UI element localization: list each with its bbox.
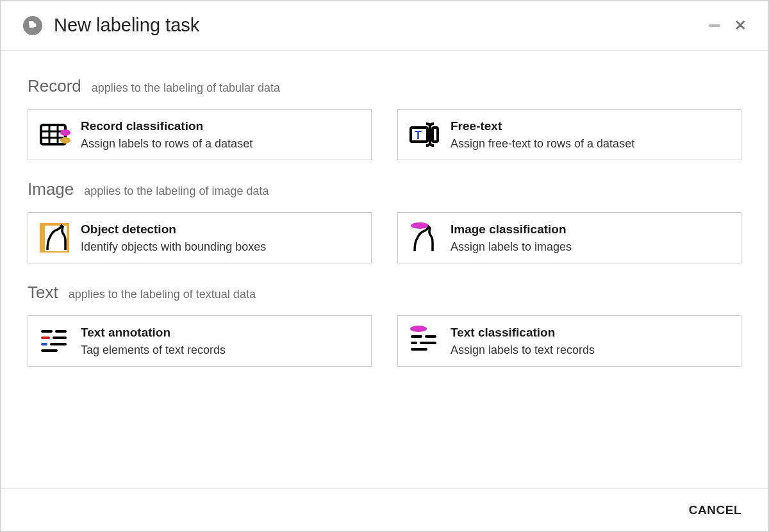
svg-rect-20	[41, 349, 58, 352]
tag-icon	[23, 16, 42, 35]
card-title: Text annotation	[81, 326, 361, 340]
svg-point-6	[60, 137, 70, 144]
card-text-classification[interactable]: Text classification Assign labels to tex…	[397, 315, 741, 367]
svg-rect-23	[425, 335, 436, 338]
section-text: Text applies to the labeling of textual …	[28, 283, 741, 367]
svg-rect-14	[41, 330, 53, 333]
card-title: Free-text	[451, 119, 731, 133]
image-label-icon	[408, 222, 440, 254]
modal-header: New labeling task ✕	[1, 1, 768, 51]
modal-footer: CANCEL	[1, 488, 768, 531]
cancel-button[interactable]: CANCEL	[689, 503, 741, 517]
card-desc: Identify objects with bounding boxes	[81, 240, 361, 254]
card-title: Record classification	[81, 119, 361, 133]
card-image-classification[interactable]: Image classification Assign labels to im…	[397, 212, 741, 263]
section-subtitle: applies to the labeling of tabular data	[92, 81, 280, 95]
card-desc: Assign free-text to rows of a dataset	[451, 137, 731, 151]
card-desc: Assign labels to text records	[451, 344, 731, 357]
table-labels-icon	[38, 119, 70, 151]
close-icon[interactable]: ✕	[734, 19, 746, 33]
bounding-box-icon	[38, 222, 70, 254]
svg-rect-17	[53, 337, 67, 339]
card-desc: Assign labels to images	[451, 240, 731, 254]
section-header-record: Record applies to the labeling of tabula…	[28, 76, 741, 96]
card-text-annotation[interactable]: Text annotation Tag elements of text rec…	[28, 315, 372, 367]
svg-rect-15	[55, 330, 67, 333]
svg-rect-10	[433, 128, 438, 142]
section-subtitle: applies to the labeling of image data	[84, 185, 269, 198]
svg-rect-16	[41, 337, 50, 339]
svg-rect-18	[41, 343, 47, 345]
svg-point-21	[410, 326, 427, 332]
card-object-detection[interactable]: Object detection Identify objects with b…	[28, 212, 372, 263]
modal-content: Record applies to the labeling of tabula…	[1, 51, 768, 488]
card-free-text[interactable]: T Free-text Assign free-text to rows of …	[397, 109, 741, 160]
section-header-text: Text applies to the labeling of textual …	[28, 283, 741, 303]
text-label-icon	[408, 325, 440, 357]
svg-rect-24	[411, 342, 417, 344]
card-title: Image classification	[451, 222, 731, 237]
section-title: Text	[28, 283, 58, 303]
modal-title: New labeling task	[54, 15, 709, 36]
card-title: Text classification	[451, 326, 731, 340]
card-title: Object detection	[81, 222, 361, 237]
section-image: Image applies to the labeling of image d…	[28, 179, 741, 263]
svg-rect-19	[50, 343, 67, 345]
section-header-image: Image applies to the labeling of image d…	[28, 179, 741, 199]
text-highlight-icon	[38, 325, 70, 357]
section-title: Image	[28, 179, 74, 199]
svg-point-13	[411, 222, 429, 229]
svg-point-5	[60, 129, 70, 136]
text-cursor-icon: T	[408, 119, 440, 151]
minimize-icon[interactable]	[709, 24, 720, 27]
window-controls: ✕	[709, 19, 746, 33]
svg-rect-22	[411, 335, 422, 338]
section-title: Record	[28, 76, 81, 96]
card-record-classification[interactable]: Record classification Assign labels to r…	[28, 109, 372, 160]
section-record: Record applies to the labeling of tabula…	[28, 76, 741, 160]
svg-rect-26	[411, 348, 427, 351]
section-subtitle: applies to the labeling of textual data	[69, 288, 256, 301]
svg-text:T: T	[415, 129, 422, 142]
svg-rect-25	[420, 342, 436, 344]
card-desc: Assign labels to rows of a dataset	[81, 137, 361, 151]
card-desc: Tag elements of text records	[81, 344, 361, 357]
